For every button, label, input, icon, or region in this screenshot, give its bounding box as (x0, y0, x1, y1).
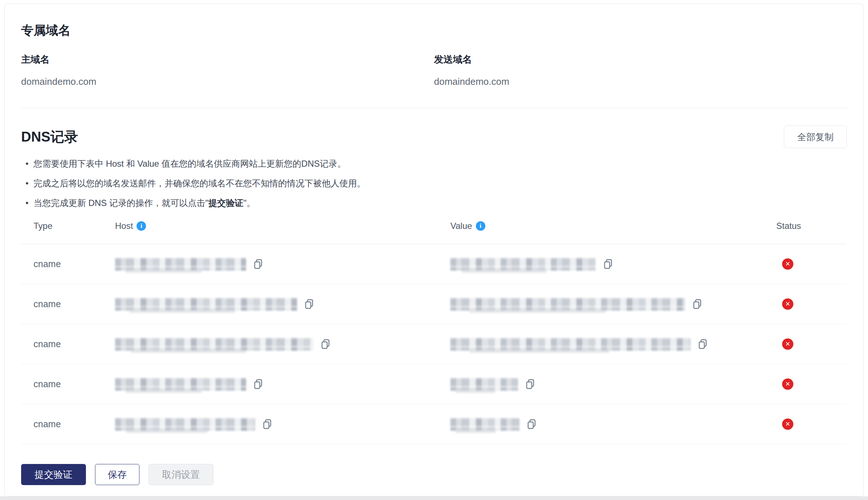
table-row: cname ✕ (21, 364, 847, 404)
redacted-host-value (115, 258, 246, 271)
page-bottom-strip (0, 496, 868, 500)
table-row: cname ✕ (21, 284, 847, 324)
page-title: 专属域名 (21, 23, 847, 38)
copy-host-icon[interactable] (253, 258, 264, 270)
copy-all-button[interactable]: 全部复制 (784, 126, 847, 148)
cancel-settings-button[interactable]: 取消设置 (149, 464, 213, 485)
copy-value-icon[interactable] (525, 378, 536, 390)
header-type: Type (21, 221, 115, 231)
copy-value-icon[interactable] (603, 258, 613, 270)
header-value-label: Value (450, 221, 472, 231)
dns-notes-list: 您需要使用下表中 Host 和 Value 值在您的域名供应商网站上更新您的DN… (21, 158, 847, 209)
record-status-cell: ✕ (776, 338, 847, 350)
submit-verify-button[interactable]: 提交验证 (21, 464, 86, 485)
note-text: 完成之后将以您的域名发送邮件，并确保您的域名不在您不知情的情况下被他人使用。 (33, 178, 366, 188)
record-status-cell: ✕ (776, 418, 847, 430)
header-host: Host i (115, 221, 450, 231)
dns-note: 完成之后将以您的域名发送邮件，并确保您的域名不在您不知情的情况下被他人使用。 (21, 177, 847, 190)
primary-domain-block: 主域名 domaindemo.com (21, 54, 434, 87)
record-value-cell (450, 338, 776, 351)
status-error-icon: ✕ (782, 298, 793, 310)
record-type: cname (21, 299, 115, 309)
header-status: Status (776, 221, 847, 231)
note-text: "。 (244, 198, 256, 208)
dns-note: 您需要使用下表中 Host 和 Value 值在您的域名供应商网站上更新您的DN… (21, 158, 847, 170)
save-button[interactable]: 保存 (95, 464, 139, 485)
sending-domain-value: domaindemo.com (434, 76, 847, 87)
value-info-icon[interactable]: i (476, 221, 485, 231)
redacted-value-value (450, 298, 685, 311)
redacted-host-value (115, 418, 255, 431)
copy-host-icon[interactable] (262, 418, 273, 430)
copy-value-icon[interactable] (526, 418, 537, 430)
status-error-icon: ✕ (782, 378, 793, 390)
redacted-value-value (450, 258, 596, 271)
status-error-icon: ✕ (782, 338, 793, 350)
dns-section-header: DNS记录 全部复制 (21, 126, 847, 148)
header-value: Value i (450, 221, 776, 231)
record-status-cell: ✕ (776, 298, 847, 310)
dns-records-table: Type Host i Value i Status cname (21, 217, 847, 444)
copy-value-icon[interactable] (692, 298, 703, 310)
sending-domain-block: 发送域名 domaindemo.com (434, 54, 847, 87)
dns-records-title: DNS记录 (21, 128, 78, 145)
record-status-cell: ✕ (776, 378, 847, 390)
sending-domain-label: 发送域名 (434, 54, 847, 65)
host-info-icon[interactable]: i (137, 221, 146, 231)
redacted-host-value (115, 338, 313, 351)
dns-table-body: cname ✕ cname (21, 244, 847, 444)
record-type: cname (21, 379, 115, 389)
table-row: cname ✕ (21, 244, 847, 284)
record-type: cname (21, 419, 115, 429)
record-host-cell (115, 338, 450, 351)
copy-host-icon[interactable] (320, 338, 331, 350)
record-value-cell (450, 418, 776, 431)
record-value-cell (450, 258, 776, 271)
header-host-label: Host (115, 221, 133, 231)
redacted-host-value (115, 378, 246, 391)
action-buttons: 提交验证 保存 取消设置 (21, 464, 847, 485)
dns-table-header-row: Type Host i Value i Status (21, 217, 847, 244)
record-value-cell (450, 378, 776, 391)
primary-domain-value: domaindemo.com (21, 76, 434, 87)
section-divider (21, 108, 847, 108)
table-row: cname ✕ (21, 404, 847, 444)
note-text: 您需要使用下表中 Host 和 Value 值在您的域名供应商网站上更新您的DN… (33, 159, 346, 168)
record-type: cname (21, 339, 115, 349)
note-text: 当您完成更新 DNS 记录的操作，就可以点击" (33, 198, 209, 208)
record-host-cell (115, 258, 450, 271)
copy-host-icon[interactable] (253, 378, 264, 390)
record-status-cell: ✕ (776, 258, 847, 270)
status-error-icon: ✕ (782, 258, 793, 270)
copy-host-icon[interactable] (304, 298, 315, 310)
redacted-host-value (115, 298, 297, 311)
record-host-cell (115, 298, 450, 311)
record-host-cell (115, 418, 450, 431)
record-value-cell (450, 298, 776, 311)
note-bold-text: 提交验证 (209, 198, 244, 208)
redacted-value-value (450, 418, 520, 431)
record-type: cname (21, 259, 115, 269)
dns-note: 当您完成更新 DNS 记录的操作，就可以点击"提交验证"。 (21, 197, 847, 209)
domain-info-section: 主域名 domaindemo.com 发送域名 domaindemo.com (21, 54, 847, 87)
domain-settings-card: 专属域名 主域名 domaindemo.com 发送域名 domaindemo.… (4, 4, 864, 496)
redacted-value-value (450, 378, 518, 391)
table-row: cname ✕ (21, 324, 847, 364)
record-host-cell (115, 378, 450, 391)
status-error-icon: ✕ (782, 418, 793, 430)
redacted-value-value (450, 338, 691, 351)
primary-domain-label: 主域名 (21, 54, 434, 65)
copy-value-icon[interactable] (697, 338, 708, 350)
